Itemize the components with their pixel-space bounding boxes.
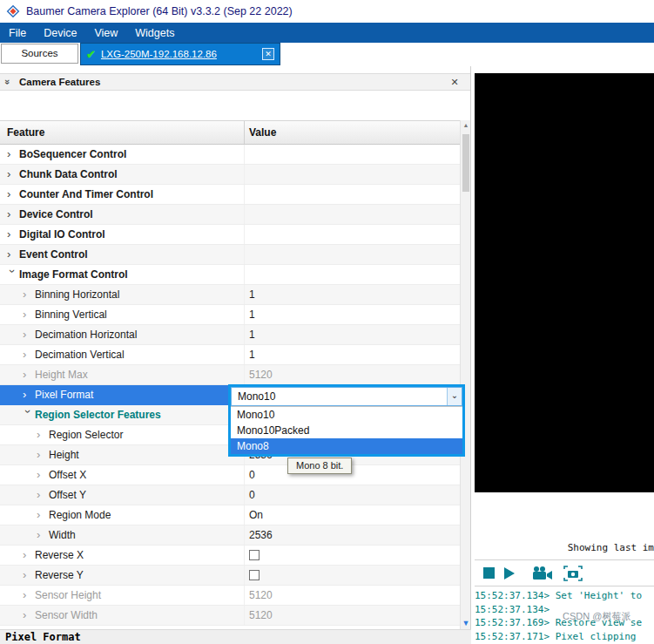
record-video-icon[interactable]: [531, 566, 554, 581]
feature-cell: ›Event Control: [0, 245, 245, 264]
chevron-right-icon[interactable]: ›: [23, 566, 33, 585]
menu-item-widgets[interactable]: Widgets: [126, 24, 183, 42]
chevron-right-icon[interactable]: ›: [7, 165, 17, 184]
stop-button[interactable]: [483, 567, 495, 579]
dropdown-option[interactable]: Mono10: [231, 407, 462, 423]
chevron-right-icon[interactable]: ›: [23, 285, 33, 304]
value-cell[interactable]: 0: [245, 465, 460, 485]
checkbox[interactable]: [249, 570, 260, 580]
value-cell[interactable]: 1: [245, 325, 460, 344]
value-cell[interactable]: [245, 225, 460, 244]
status-bar: Pixel Format: [0, 629, 471, 644]
table-row[interactable]: ›Device Control: [0, 205, 460, 225]
chevron-right-icon[interactable]: ›: [7, 225, 17, 244]
value-cell[interactable]: 5120: [245, 586, 460, 605]
value-cell[interactable]: 5120: [245, 365, 460, 384]
value-cell[interactable]: [245, 145, 460, 164]
chevron-right-icon[interactable]: ›: [23, 345, 33, 364]
table-row[interactable]: ›Sensor Height5120: [0, 586, 460, 606]
snapshot-icon[interactable]: [563, 565, 583, 582]
menu-item-view[interactable]: View: [85, 24, 126, 42]
chevron-right-icon[interactable]: ›: [37, 525, 47, 545]
chevron-right-icon[interactable]: ›: [23, 546, 33, 565]
check-icon: ✔: [86, 48, 96, 61]
value-cell[interactable]: 0: [245, 485, 460, 505]
tab-device[interactable]: ✔ LXG-250M-192.168.12.86 ✕: [80, 43, 280, 65]
panel-divider: [470, 66, 471, 644]
value-cell[interactable]: [245, 205, 460, 224]
scrollbar-thumb[interactable]: [462, 134, 469, 192]
table-row[interactable]: ›Reverse X: [0, 546, 460, 566]
value-cell[interactable]: [245, 546, 460, 565]
table-row[interactable]: ›Counter And Timer Control: [0, 185, 460, 205]
checkbox[interactable]: [249, 550, 260, 560]
table-row[interactable]: ›Reverse Y: [0, 566, 460, 586]
chevron-right-icon[interactable]: ›: [37, 485, 47, 505]
chevron-right-icon[interactable]: ›: [23, 325, 33, 344]
value-cell[interactable]: 5120: [245, 606, 460, 625]
column-header-feature[interactable]: Feature: [0, 121, 245, 144]
chevron-right-icon[interactable]: ›: [37, 425, 47, 444]
table-row[interactable]: ›Binning Vertical1: [0, 305, 460, 325]
dropdown-option[interactable]: Mono8: [231, 438, 462, 454]
table-row[interactable]: ›Event Control: [0, 245, 460, 265]
chevron-right-icon[interactable]: ›: [7, 145, 17, 164]
tab-device-label: LXG-250M-192.168.12.86: [101, 49, 217, 59]
column-header-value[interactable]: Value: [245, 121, 460, 144]
chevron-down-icon[interactable]: ›: [3, 269, 22, 280]
table-row[interactable]: ›Sensor Width5120: [0, 606, 460, 626]
chevron-right-icon[interactable]: ›: [37, 445, 47, 464]
feature-cell: ›Height Max: [0, 365, 245, 384]
feature-label: Offset Y: [49, 485, 86, 505]
value-cell[interactable]: 1: [245, 345, 460, 364]
play-button[interactable]: [503, 566, 516, 580]
chevron-right-icon[interactable]: ›: [7, 185, 17, 204]
table-row[interactable]: ›Decimation Horizontal1: [0, 325, 460, 345]
chevron-right-icon[interactable]: ›: [23, 606, 33, 625]
table-row[interactable]: ›Width2536: [0, 525, 460, 546]
pixel-format-combobox[interactable]: Mono10 ⌄: [231, 387, 462, 406]
playback-controls: [475, 559, 654, 586]
tab-bar: Sources ✔ LXG-250M-192.168.12.86 ✕: [0, 43, 654, 66]
table-row[interactable]: ›Binning Horizontal1: [0, 285, 460, 305]
menu-item-file[interactable]: File: [0, 24, 35, 42]
menu-item-device[interactable]: Device: [35, 24, 85, 42]
value-cell[interactable]: On: [245, 505, 460, 525]
value-cell[interactable]: [245, 566, 460, 585]
chevron-right-icon[interactable]: ›: [23, 586, 33, 605]
table-row[interactable]: ›Decimation Vertical1: [0, 345, 460, 365]
chevron-right-icon[interactable]: ›: [23, 365, 33, 384]
value-cell[interactable]: [245, 245, 460, 264]
table-row[interactable]: ›BoSequencer Control: [0, 145, 460, 165]
value-cell[interactable]: [245, 265, 460, 284]
table-row[interactable]: ›Height Max5120: [0, 365, 460, 385]
chevron-right-icon[interactable]: ›: [7, 245, 17, 264]
chevron-right-icon[interactable]: ›: [7, 205, 17, 224]
table-row[interactable]: ›Chunk Data Control: [0, 165, 460, 185]
chevron-down-icon[interactable]: ⌄: [447, 388, 462, 405]
dropdown-option[interactable]: Mono10Packed: [231, 423, 462, 438]
chevron-right-icon[interactable]: ›: [37, 465, 47, 485]
panel-close-icon[interactable]: ✕: [448, 75, 462, 89]
table-header: Feature Value: [0, 120, 460, 145]
panel-collapse-icon[interactable]: »: [3, 79, 13, 85]
value-cell[interactable]: [245, 165, 460, 184]
value-cell[interactable]: [245, 185, 460, 204]
table-row[interactable]: ›Region ModeOn: [0, 505, 460, 525]
chevron-right-icon[interactable]: ›: [23, 385, 33, 404]
table-row[interactable]: ›Offset Y0: [0, 485, 460, 505]
chevron-down-icon[interactable]: ›: [18, 410, 37, 420]
chevron-right-icon[interactable]: ›: [23, 305, 33, 324]
vertical-scrollbar[interactable]: ▲ ▼: [460, 120, 470, 629]
value-cell[interactable]: 1: [245, 285, 460, 304]
chevron-right-icon[interactable]: ›: [37, 505, 47, 525]
feature-cell: ›Width: [0, 525, 245, 545]
feature-cell: ›Image Format Control: [0, 265, 245, 284]
table-row[interactable]: ›Digital IO Control: [0, 225, 460, 245]
table-row[interactable]: ›Offset X0: [0, 465, 460, 485]
close-tab-icon[interactable]: ✕: [262, 48, 274, 60]
tab-sources[interactable]: Sources: [1, 44, 78, 64]
value-cell[interactable]: 2536: [245, 525, 460, 545]
table-row[interactable]: ›Image Format Control: [0, 265, 460, 285]
value-cell[interactable]: 1: [245, 305, 460, 324]
